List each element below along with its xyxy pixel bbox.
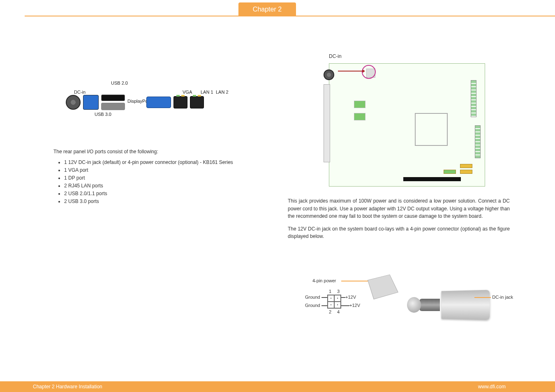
leader-line (321, 305, 327, 306)
right-para2: The 12V DC-in jack on the system board c… (288, 225, 510, 240)
right-para1: This jack provides maximum of 100W power… (288, 197, 510, 220)
board-dc-in-label: DC-in (329, 53, 342, 59)
pin-2-label: 2 (329, 309, 331, 314)
label-usb3: USB 3.0 (95, 112, 111, 117)
plus12v-label-2: +12V (349, 303, 360, 308)
footer-bar: Chapter 2 Hardware Installation www.dfi.… (0, 381, 555, 392)
label-usb2: USB 2.0 (111, 81, 128, 85)
pin-1-label: 1 (329, 289, 331, 294)
ground-label-2: Ground (305, 303, 320, 308)
pin-4-label: 4 (337, 309, 340, 314)
lan1-port-icon (173, 96, 187, 108)
vga-port-icon (146, 97, 171, 108)
label-dc-in: DC-in (74, 90, 86, 95)
top-bar: Chapter 2 (0, 0, 555, 19)
list-item: 1 DP port (64, 174, 275, 182)
chapter-tab: Chapter 2 (238, 2, 296, 16)
board-io-shield (324, 84, 330, 162)
usb2-dp-stack (101, 95, 125, 110)
board-header (460, 170, 472, 174)
dc-in-jack-3d (399, 274, 489, 332)
leader-line (321, 297, 327, 298)
left-text-block: The rear panel I/O ports consist of the … (53, 148, 275, 205)
callout-arrow (338, 71, 363, 71)
list-item: 2 RJ45 LAN ports (64, 182, 275, 189)
dc-in-jack-cap (407, 297, 421, 313)
board-pcie-slot (403, 177, 461, 181)
pin-grid: • • • • (327, 295, 341, 309)
leader-line (341, 305, 349, 306)
ground-label-1: Ground (305, 295, 320, 300)
label-lan1: LAN 1 (201, 90, 213, 95)
board-component (354, 113, 365, 120)
leader-line (341, 297, 345, 298)
footer-right: www.dfi.com (478, 384, 506, 390)
list-item: 1 VGA port (64, 166, 275, 174)
list-item: 2 USB 3.0 ports (64, 198, 275, 205)
board-cpu-socket (415, 113, 448, 146)
dc-in-jack-body (442, 290, 490, 320)
plus12v-label-1: +12V (345, 295, 356, 300)
usb3-port-icon (83, 95, 99, 110)
label-vga: VGA (183, 90, 192, 95)
right-text-block: This jack provides maximum of 100W power… (288, 197, 510, 240)
left-intro: The rear panel I/O ports consist of the … (53, 148, 275, 155)
pin-dot: • (334, 302, 341, 308)
board-component (354, 101, 365, 108)
list-item: 2 USB 2.0/1.1 ports (64, 190, 275, 197)
dc-in-jack-label: DC-in jack (492, 295, 513, 300)
board-outline (329, 63, 485, 187)
usb2-port-icon (101, 95, 125, 101)
board-dc-in-icon (324, 69, 334, 80)
dc-in-jack-icon (66, 95, 81, 110)
pin-dot: • (328, 302, 334, 308)
pin-dot: • (334, 295, 341, 302)
four-pin-3d-icon (368, 274, 398, 300)
pin-dot: • (328, 295, 334, 302)
board-header (444, 170, 456, 174)
board-header (460, 164, 472, 168)
pin-3-label: 3 (337, 289, 340, 294)
four-pin-title: 4-pin power (312, 278, 336, 283)
dc-in-jack-barrel (419, 299, 440, 311)
label-lan2: LAN 2 (216, 90, 229, 95)
left-column: USB 2.0 DisplayPort DC-in USB 3.0 VGA LA… (53, 74, 275, 205)
pin-figure: 4-pin power 1 3 2 4 • • • • Ground Groun… (288, 245, 502, 336)
left-bullet-list: 1 12V DC-in jack (default) or 4-pin powe… (53, 159, 275, 205)
list-item: 1 12V DC-in jack (default) or 4-pin powe… (64, 159, 275, 166)
displayport-icon (101, 103, 125, 110)
board-dimm-slot (475, 125, 481, 158)
footer-left: Chapter 2 Hardware Installation (33, 384, 102, 390)
right-column: DC-in This jack provides maximum of 100W… (288, 53, 510, 336)
leader-line (474, 297, 491, 298)
page: Chapter 2 USB 2.0 DisplayPort DC-in USB … (0, 0, 555, 392)
lan2-port-icon (190, 96, 204, 108)
board-dimm-slot (471, 80, 476, 117)
motherboard-diagram: DC-in (308, 53, 489, 189)
rear-panel-diagram: USB 2.0 DisplayPort DC-in USB 3.0 VGA LA… (66, 74, 238, 123)
